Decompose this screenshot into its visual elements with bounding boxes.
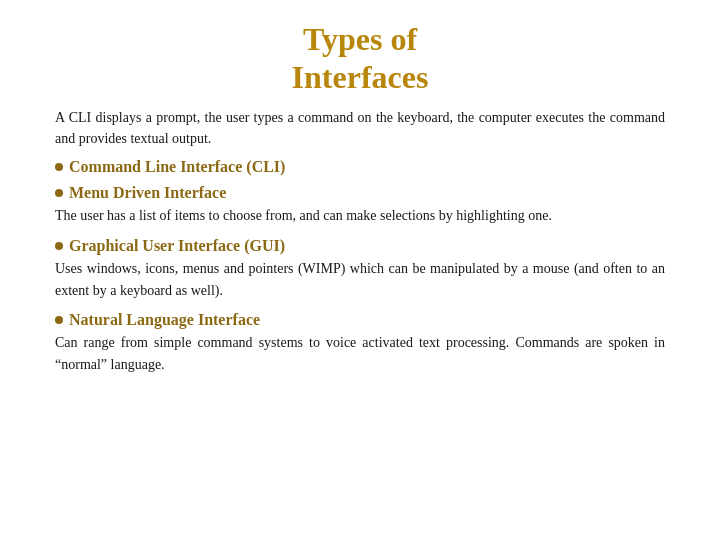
nli-heading: Natural Language Interface: [55, 311, 665, 329]
menu-bullet: [55, 189, 63, 197]
gui-bullet: [55, 242, 63, 250]
section-nli: Natural Language Interface Can range fro…: [55, 311, 665, 375]
gui-heading: Graphical User Interface (GUI): [55, 237, 665, 255]
section-menu: Menu Driven Interface The user has a lis…: [55, 184, 665, 227]
nli-body: Can range from simple command systems to…: [55, 332, 665, 375]
nli-bullet: [55, 316, 63, 324]
cli-intro-text: A CLI displays a prompt, the user types …: [55, 107, 665, 150]
menu-body: The user has a list of items to choose f…: [55, 205, 665, 227]
cli-bullet: [55, 163, 63, 171]
section-cli: Command Line Interface (CLI): [55, 158, 665, 176]
cli-heading: Command Line Interface (CLI): [55, 158, 665, 176]
page-title: Types of Interfaces: [55, 20, 665, 97]
gui-body: Uses windows, icons, menus and pointers …: [55, 258, 665, 301]
page: Types of Interfaces A CLI displays a pro…: [0, 0, 720, 540]
menu-heading: Menu Driven Interface: [55, 184, 665, 202]
section-gui: Graphical User Interface (GUI) Uses wind…: [55, 237, 665, 301]
